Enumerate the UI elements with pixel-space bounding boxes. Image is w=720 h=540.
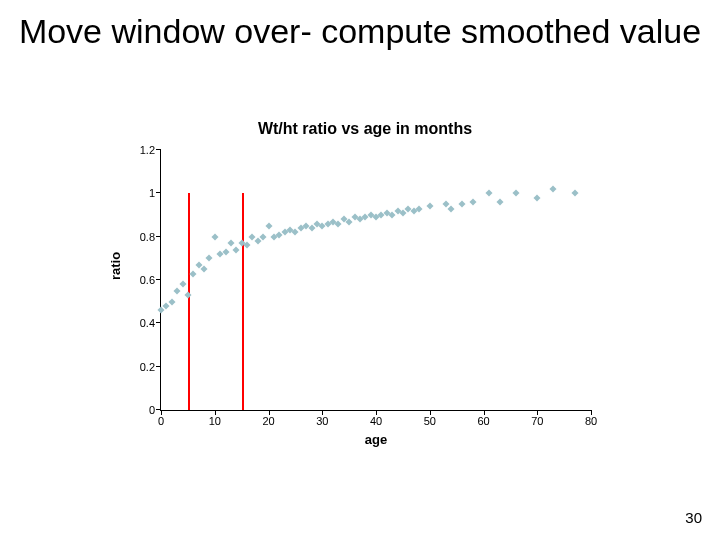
y-axis-label: ratio: [108, 252, 123, 280]
x-tick-label: 80: [585, 415, 597, 427]
data-point: [292, 229, 299, 236]
data-point: [458, 201, 465, 208]
window-boundary-line: [188, 193, 191, 410]
data-point: [448, 205, 455, 212]
x-tick-label: 20: [262, 415, 274, 427]
data-point: [512, 190, 519, 197]
x-tick-label: 70: [531, 415, 543, 427]
data-point: [571, 190, 578, 197]
data-point: [206, 255, 213, 262]
data-point: [168, 298, 175, 305]
y-tick-mark: [156, 409, 161, 410]
data-point: [243, 242, 250, 249]
data-point: [415, 205, 422, 212]
y-tick-mark: [156, 279, 161, 280]
y-tick-mark: [156, 366, 161, 367]
y-tick-label: 0.8: [140, 231, 155, 243]
data-point: [174, 287, 181, 294]
x-tick-label: 60: [477, 415, 489, 427]
data-point: [389, 211, 396, 218]
y-tick-label: 0.6: [140, 274, 155, 286]
x-axis-label: age: [161, 432, 591, 447]
y-tick-label: 0: [149, 404, 155, 416]
data-point: [265, 222, 272, 229]
data-point: [485, 190, 492, 197]
data-point: [426, 203, 433, 210]
x-tick-label: 40: [370, 415, 382, 427]
y-tick-label: 1: [149, 187, 155, 199]
x-tick-label: 10: [209, 415, 221, 427]
data-point: [233, 246, 240, 253]
x-tick-label: 0: [158, 415, 164, 427]
y-tick-mark: [156, 236, 161, 237]
slide-title: Move window over- compute smoothed value: [0, 0, 720, 51]
chart-title: Wt/ht ratio vs age in months: [110, 120, 620, 138]
y-tick-mark: [156, 322, 161, 323]
y-tick-label: 0.4: [140, 317, 155, 329]
window-boundary-line: [242, 193, 245, 410]
data-point: [190, 270, 197, 277]
data-point: [550, 185, 557, 192]
y-tick-label: 0.2: [140, 361, 155, 373]
x-tick-label: 50: [424, 415, 436, 427]
data-point: [200, 266, 207, 273]
data-point: [346, 218, 353, 225]
data-point: [179, 281, 186, 288]
data-point: [496, 198, 503, 205]
data-point: [260, 233, 267, 240]
plot-area: age ratio 0102030405060708000.20.40.60.8…: [160, 150, 591, 411]
data-point: [534, 194, 541, 201]
y-tick-mark: [156, 149, 161, 150]
data-point: [308, 224, 315, 231]
chart: Wt/ht ratio vs age in months age ratio 0…: [110, 120, 620, 450]
y-tick-label: 1.2: [140, 144, 155, 156]
data-point: [469, 198, 476, 205]
page-number: 30: [685, 509, 702, 526]
y-tick-mark: [156, 192, 161, 193]
data-point: [211, 233, 218, 240]
data-point: [335, 220, 342, 227]
x-tick-label: 30: [316, 415, 328, 427]
data-point: [227, 240, 234, 247]
